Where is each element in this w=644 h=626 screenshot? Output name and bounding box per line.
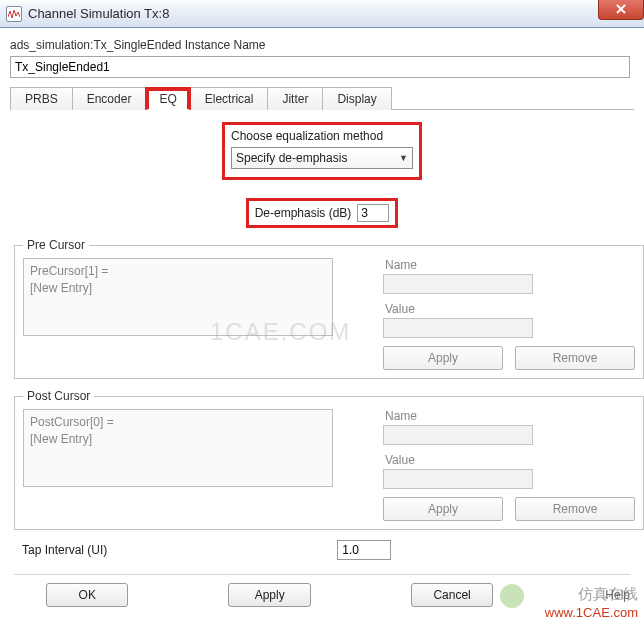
pre-value-input[interactable] [383,318,533,338]
post-cursor-listbox[interactable]: PostCursor[0] = [New Entry] [23,409,333,487]
separator [14,574,630,575]
pre-cursor-legend: Pre Cursor [23,238,89,252]
list-item[interactable]: PreCursor[1] = [30,263,326,280]
pre-apply-button[interactable]: Apply [383,346,503,370]
tab-electrical[interactable]: Electrical [190,87,269,110]
list-item[interactable]: [New Entry] [30,280,326,297]
de-emphasis-input[interactable] [357,204,389,222]
list-item[interactable]: [New Entry] [30,431,326,448]
post-value-label: Value [385,453,635,467]
instance-label: ads_simulation:Tx_SingleEnded Instance N… [10,38,634,52]
pre-name-input[interactable] [383,274,533,294]
post-name-label: Name [385,409,635,423]
choose-eq-dropdown[interactable]: Specify de-emphasis ▼ [231,147,413,169]
titlebar: Channel Simulation Tx:8 [0,0,644,28]
choose-eq-box: Choose equalization method Specify de-em… [222,122,422,180]
post-apply-button[interactable]: Apply [383,497,503,521]
post-cursor-legend: Post Cursor [23,389,94,403]
pre-cursor-listbox[interactable]: PreCursor[1] = [New Entry] [23,258,333,336]
ok-button[interactable]: OK [46,583,128,607]
pre-value-label: Value [385,302,635,316]
pre-name-label: Name [385,258,635,272]
tab-bar: PRBS Encoder EQ Electrical Jitter Displa… [10,86,634,110]
de-emphasis-row: De-emphasis (dB) [246,198,399,228]
choose-eq-label: Choose equalization method [231,129,413,143]
tap-interval-label: Tap Interval (UI) [22,543,107,557]
pre-remove-button[interactable]: Remove [515,346,635,370]
post-value-input[interactable] [383,469,533,489]
close-button[interactable] [598,0,644,20]
pre-cursor-group: Pre Cursor PreCursor[1] = [New Entry] Na… [14,238,644,379]
choose-eq-value: Specify de-emphasis [236,151,347,165]
window-title: Channel Simulation Tx:8 [28,6,169,21]
list-item[interactable]: PostCursor[0] = [30,414,326,431]
post-name-input[interactable] [383,425,533,445]
post-remove-button[interactable]: Remove [515,497,635,521]
cancel-button[interactable]: Cancel [411,583,493,607]
tab-eq[interactable]: EQ [145,87,190,110]
apply-button[interactable]: Apply [228,583,310,607]
chevron-down-icon: ▼ [399,153,408,163]
tab-display[interactable]: Display [322,87,391,110]
post-cursor-group: Post Cursor PostCursor[0] = [New Entry] … [14,389,644,530]
help-link[interactable]: Help [605,588,630,602]
app-icon [6,6,22,22]
tab-encoder[interactable]: Encoder [72,87,147,110]
tap-interval-input[interactable] [337,540,391,560]
de-emphasis-label: De-emphasis (dB) [255,206,352,220]
tab-jitter[interactable]: Jitter [267,87,323,110]
tab-prbs[interactable]: PRBS [10,87,73,110]
instance-name-input[interactable] [10,56,630,78]
